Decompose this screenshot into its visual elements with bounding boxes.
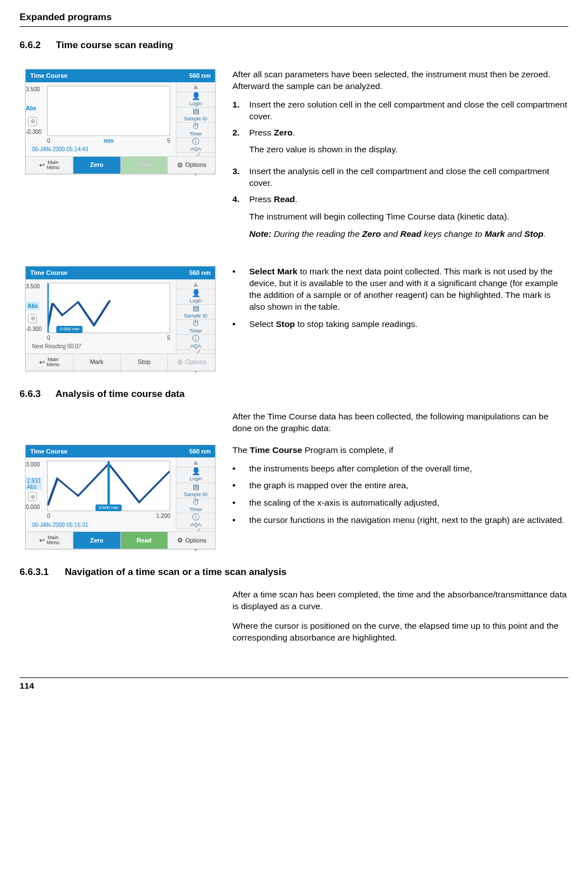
y-tick-bottom: 0.000 [26,503,40,511]
x-tick-left: 0 [47,334,50,342]
list-text: the scaling of the x-axis is automatical… [249,497,568,509]
x-tick-left: 0 [47,512,50,520]
main-menu-button[interactable]: ↩Main Menu [26,157,73,174]
scroll-up-icon[interactable]: ▲ [176,82,215,92]
text: The [232,445,250,455]
sidebar-sampleid-button[interactable]: ▤Sample ID [176,305,215,320]
section-title: Time course scan reading [56,40,173,50]
y-readout: 2.931 Abs [26,478,42,490]
plot-canvas [47,86,170,136]
section-title: Navigation of a time scan or a time scan… [65,567,287,577]
timer-icon: ⏱ [192,123,199,130]
sidebar-timer-button[interactable]: ⏱Timer [176,320,215,335]
button-label: Main Menu [47,535,60,545]
device-titlebar: Time Course 560 nm [26,267,215,279]
aqa-icon: ⓘ [192,513,199,521]
device-panel: Time Course 560 nm 3.500 Abs ⊕ -0.300 0 … [25,69,216,174]
sample-id-icon: ▤ [193,305,199,312]
zoom-in-icon[interactable]: ⊕ [28,492,37,501]
step-1: 1. Insert the zero solution cell in the … [232,99,568,123]
text: . [544,229,546,239]
sidebar-aqa-button[interactable]: ⓘAQA [176,513,215,529]
device-datetime: 06-JAN-2000 05:14:43 [32,146,171,153]
stop-button[interactable]: Stop [121,354,169,371]
login-icon: 👤 [192,92,200,100]
zoom-in-icon[interactable]: ⊕ [28,117,37,126]
step-text: Press Read. The instrument will begin co… [249,194,568,246]
text: Program is complete, if [302,445,394,455]
step-text: Insert the zero solution cell in the cel… [249,99,568,123]
x-tick-right: 5 [167,137,170,145]
zoom-in-icon[interactable]: ⊕ [28,314,37,323]
sample-id-icon: ▤ [193,483,199,490]
y-tick-bottom: -0.300 [26,128,41,136]
sidebar-timer-button[interactable]: ⏱Timer [176,123,215,138]
sidebar-label: Login [189,475,202,482]
sidebar-sampleid-button[interactable]: ▤Sample ID [176,108,215,123]
bullet-list: • Select Mark to mark the next data poin… [232,266,568,330]
y-axis-label: Abs [26,302,40,311]
text-662-b: • Select Mark to mark the next data poin… [221,266,568,336]
sidebar-label: AQA [190,343,201,349]
button-label: Main Menu [47,357,60,367]
device-sidebar: ▲ 👤Login ▤Sample ID ⏱Timer ⓘAQA 📈Trends … [176,279,215,353]
paragraph: Where the cursor is positioned on the cu… [232,620,568,644]
list-text: the cursor functions in the navigation m… [249,515,568,526]
zero-button[interactable]: Zero [73,157,121,174]
read-button: Read [121,157,169,174]
mark-button[interactable]: Mark [73,354,121,371]
running-header: Expanded programs [20,11,568,27]
text: keys change to [422,229,485,239]
sidebar-label: Timer [189,506,202,513]
aqa-icon: ⓘ [192,335,199,342]
text: and [381,229,400,239]
page-footer: 114 [20,677,568,692]
sidebar-login-button[interactable]: 👤Login [176,468,215,483]
read-button[interactable]: Read [121,532,169,549]
sidebar-login-button[interactable]: 👤Login [176,289,215,305]
cursor-readout: 0.600 min [95,504,122,512]
text: The instrument will begin collecting Tim… [249,211,568,223]
plot-area: 3.000 2.931 Abs ⊕ 0.000 0.600 min 0 [26,457,176,531]
screenshot-1: Time Course 560 nm 3.500 Abs ⊕ -0.300 0 … [20,69,221,174]
y-tick-top: 3.500 [26,86,40,94]
plot-area: 3.500 Abs ⊕ -0.300 0 min 5 06-JAN-2000 0… [26,82,176,156]
options-button[interactable]: ⚙Options [168,532,215,549]
section-heading-662: 6.6.2 Time course scan reading [20,39,568,52]
sidebar-label: Login [189,297,202,304]
list-item: •the scaling of the x-axis is automatica… [232,497,568,509]
zero-button[interactable]: Zero [73,532,121,549]
list-text: Select Stop to stop taking sample readin… [249,319,568,330]
sidebar-login-button[interactable]: 👤Login [176,92,215,108]
bold: Mark [484,229,505,239]
main-menu-button[interactable]: ↩Main Menu [26,354,73,371]
sidebar-aqa-button[interactable]: ⓘAQA [176,335,215,350]
y-axis-label: Abs [26,105,36,113]
block-662-a: Time Course 560 nm 3.500 Abs ⊕ -0.300 0 … [20,69,568,250]
y-tick-bottom: -0.300 [26,325,41,333]
x-axis-label: min [104,137,114,145]
login-icon: 👤 [192,468,200,475]
sidebar-aqa-button[interactable]: ⓘAQA [176,138,215,153]
procedure-list: 1. Insert the zero solution cell in the … [232,99,568,246]
timer-icon: ⏱ [192,320,199,327]
note-label: Note: [249,229,272,239]
block-663: Time Course 560 nm 3.000 2.931 Abs ⊕ 0.0… [20,445,568,550]
sidebar-timer-button[interactable]: ⏱Timer [176,498,215,513]
cursor-readout: 0.000 min [57,326,83,333]
list-text: the graph is mapped over the entire area… [249,480,568,492]
options-button[interactable]: ⚙Options [168,157,215,174]
aqa-icon: ⓘ [192,138,199,145]
line-chart [48,283,170,333]
x-tick-right: 5 [167,334,170,342]
main-menu-button[interactable]: ↩Main Menu [26,532,73,549]
sidebar-sampleid-button[interactable]: ▤Sample ID [176,483,215,498]
scroll-up-icon[interactable]: ▲ [176,457,215,468]
scroll-up-icon[interactable]: ▲ [176,279,215,289]
step-number: 3. [232,166,249,189]
x-tick-left: 0 [47,137,50,145]
intro-663: After the Time Course data has been coll… [232,411,568,434]
button-label: Options [185,536,207,545]
gear-icon: ⚙ [177,161,183,170]
bold: Select Mark [249,267,297,276]
